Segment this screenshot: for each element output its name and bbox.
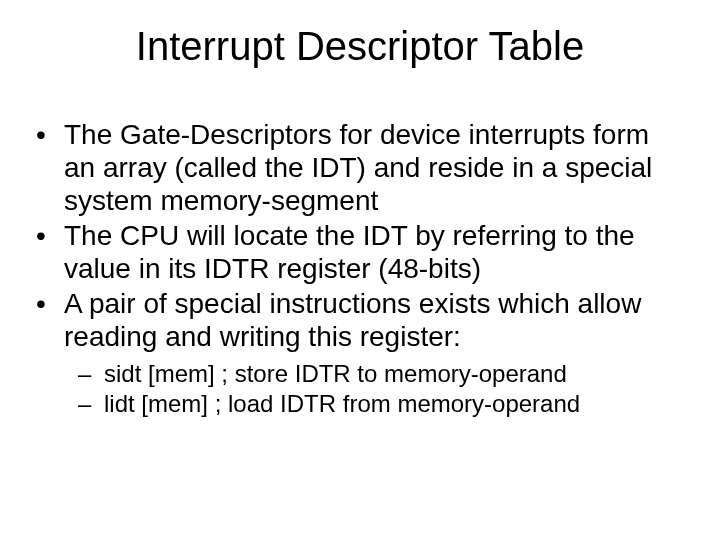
bullet-item: The Gate-Descriptors for device interrup… xyxy=(32,118,680,217)
slide: Interrupt Descriptor Table The Gate-Desc… xyxy=(0,0,720,540)
bullet-item: A pair of special instructions exists wh… xyxy=(32,287,680,419)
slide-body: The Gate-Descriptors for device interrup… xyxy=(32,118,680,421)
slide-title: Interrupt Descriptor Table xyxy=(0,24,720,69)
bullet-item: The CPU will locate the IDT by referring… xyxy=(32,219,680,285)
bullet-text: A pair of special instructions exists wh… xyxy=(64,288,641,352)
sub-bullet-list: sidt [mem] ; store IDTR to memory-operan… xyxy=(64,359,680,419)
sub-bullet-item: sidt [mem] ; store IDTR to memory-operan… xyxy=(74,359,680,389)
sub-bullet-item: lidt [mem] ; load IDTR from memory-opera… xyxy=(74,389,680,419)
bullet-list: The Gate-Descriptors for device interrup… xyxy=(32,118,680,419)
